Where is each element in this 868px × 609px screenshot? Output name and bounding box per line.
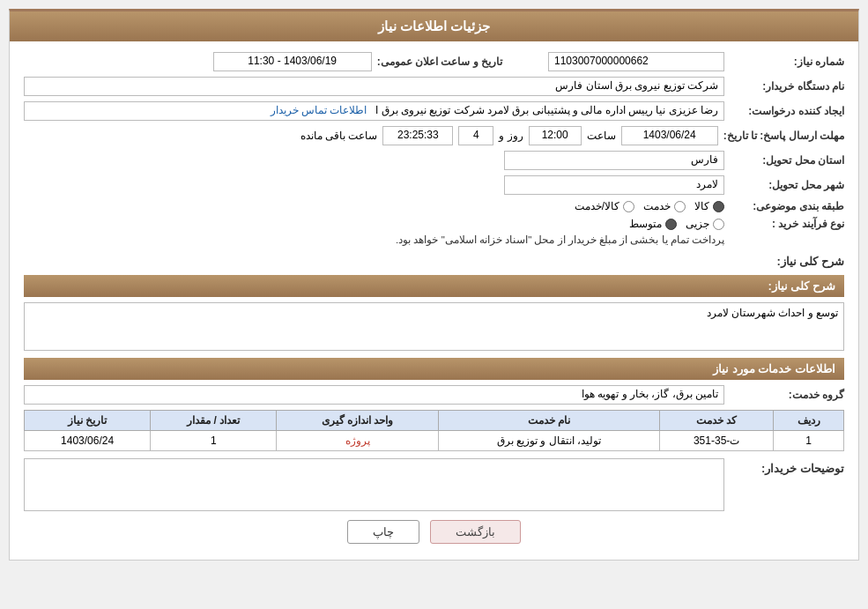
announce-label: تاریخ و ساعت اعلان عمومی: <box>377 56 502 68</box>
cell-service-code: ت-35-351 <box>660 431 774 451</box>
category-label: طبقه بندی موضوعی: <box>730 200 844 212</box>
process-row: نوع فرآیند خرید : جزیی متوسط پرداخت تمام… <box>24 218 844 246</box>
category-label-khedmat: خدمت <box>643 200 671 212</box>
province-row: استان محل تحویل: فارس <box>24 151 844 170</box>
buttons-row: بازگشت چاپ <box>24 520 844 544</box>
buyer-org-row: نام دستگاه خریدار: شرکت توزیع نیروی برق … <box>24 77 844 96</box>
description-header-text: شرح کلی نیاز: <box>768 279 835 293</box>
services-header-text: اطلاعات خدمات مورد نیاز <box>713 362 835 375</box>
category-radio-kala[interactable] <box>713 201 724 212</box>
cell-rownum: 1 <box>774 431 844 451</box>
requester-row: ایجاد کننده درخواست: رضا عزیزی نیا رییس … <box>24 101 844 121</box>
category-options: کالا خدمت کالا/خدمت <box>575 200 724 212</box>
category-radio-khedmat[interactable] <box>674 201 686 212</box>
process-label-motevaset: متوسط <box>629 218 662 230</box>
service-group-label: گروه خدمت: <box>730 389 844 401</box>
announce-value: 1403/06/19 - 11:30 <box>213 52 372 71</box>
buyer-notes-label: توضیحات خریدار: <box>730 458 844 475</box>
city-row: شهر محل تحویل: لامرد <box>24 175 844 195</box>
process-radio-motevaset[interactable] <box>665 219 677 230</box>
main-card: جزئیات اطلاعات نیاز شماره نیاز: 11030070… <box>9 9 859 561</box>
category-item-both[interactable]: کالا/خدمت <box>575 200 634 212</box>
buyer-notes-box <box>24 458 724 511</box>
page-wrapper: جزئیات اطلاعات نیاز شماره نیاز: 11030070… <box>0 0 868 609</box>
requester-label: ایجاد کننده درخواست: <box>730 105 844 117</box>
col-service-name: نام خدمت <box>438 411 659 431</box>
province-label: استان محل تحویل: <box>730 154 844 167</box>
category-item-khedmat[interactable]: خدمت <box>643 200 686 212</box>
deadline-date: 1403/06/24 <box>621 126 718 145</box>
deadline-remaining: 23:25:33 <box>382 126 453 145</box>
need-number-label: شماره نیاز: <box>730 56 844 68</box>
service-group-row: گروه خدمت: تامین برق، گاز، بخار و تهویه … <box>24 385 844 405</box>
contact-link[interactable]: اطلاعات تماس خریدار <box>271 104 367 116</box>
process-item-jozi[interactable]: جزیی <box>686 218 724 230</box>
city-label: شهر محل تحویل: <box>730 179 844 191</box>
process-radio-jozi[interactable] <box>713 219 724 230</box>
back-button[interactable]: بازگشت <box>430 520 521 544</box>
need-number-row: شماره نیاز: 1103007000000662 تاریخ و ساع… <box>24 52 844 71</box>
process-label-jozi: جزیی <box>686 218 709 230</box>
description-section-label: شرح کلی نیاز: <box>730 251 844 268</box>
table-header-row: ردیف کد خدمت نام خدمت واحد اندازه گیری ت… <box>25 411 844 431</box>
buyer-org-label: نام دستگاه خریدار: <box>730 80 844 93</box>
category-label-both: کالا/خدمت <box>575 200 619 212</box>
deadline-remaining-label: ساعت باقی مانده <box>300 130 378 142</box>
province-value: فارس <box>504 151 724 170</box>
deadline-time-label: ساعت <box>587 130 616 142</box>
services-section-header: اطلاعات خدمات مورد نیاز <box>24 358 844 380</box>
deadline-label: مهلت ارسال پاسخ: تا تاریخ: <box>723 130 844 142</box>
deadline-days-label: روز و <box>499 130 523 142</box>
description-section: شرح کلی نیاز: <box>24 251 844 268</box>
col-unit: واحد اندازه گیری <box>277 411 438 431</box>
requester-value: رضا عزیزی نیا رییس اداره مالی و پشتیبانی… <box>24 101 724 121</box>
col-rownum: ردیف <box>774 411 844 431</box>
buyer-org-value: شرکت توزیع نیروی برق استان فارس <box>24 77 724 96</box>
deadline-row: مهلت ارسال پاسخ: تا تاریخ: 1403/06/24 سا… <box>24 126 844 145</box>
buyer-notes-row: توضیحات خریدار: <box>24 458 844 511</box>
process-options: جزیی متوسط <box>396 218 724 230</box>
category-row: طبقه بندی موضوعی: کالا خدمت کالا/خدمت <box>24 200 844 212</box>
col-service-code: کد خدمت <box>660 411 774 431</box>
description-section-header: شرح کلی نیاز: <box>24 275 844 297</box>
service-group-value: تامین برق، گاز، بخار و تهویه هوا <box>24 385 724 405</box>
city-value: لامرد <box>504 175 724 195</box>
table-row: 1 ت-35-351 تولید، انتقال و توزیع برق پرو… <box>25 431 844 451</box>
category-label-kala: کالا <box>694 200 709 212</box>
description-value: توسع و احداث شهرستان لامرد <box>24 302 844 351</box>
category-item-kala[interactable]: کالا <box>694 200 724 212</box>
cell-service-name: تولید، انتقال و توزیع برق <box>438 431 659 451</box>
card-header: جزئیات اطلاعات نیاز <box>10 11 858 41</box>
need-number-value: 1103007000000662 <box>548 52 724 71</box>
card-body: شماره نیاز: 1103007000000662 تاریخ و ساع… <box>10 41 858 560</box>
cell-unit: پروژه <box>277 431 438 451</box>
page-title: جزئیات اطلاعات نیاز <box>378 19 490 33</box>
process-note: پرداخت تمام یا بخشی از مبلغ خریدار از مح… <box>396 234 724 246</box>
deadline-details: 1403/06/24 ساعت 12:00 روز و 4 23:25:33 س… <box>300 126 718 145</box>
process-item-motevaset[interactable]: متوسط <box>629 218 677 230</box>
col-date: تاریخ نیاز <box>25 411 151 431</box>
category-radio-both[interactable] <box>623 201 634 212</box>
col-quantity: تعداد / مقدار <box>151 411 277 431</box>
cell-quantity: 1 <box>151 431 277 451</box>
deadline-time: 12:00 <box>529 126 582 145</box>
process-label: نوع فرآیند خرید : <box>730 218 844 230</box>
print-button[interactable]: چاپ <box>347 520 419 544</box>
service-table: ردیف کد خدمت نام خدمت واحد اندازه گیری ت… <box>24 410 844 451</box>
description-area: توسع و احداث شهرستان لامرد <box>24 302 844 351</box>
cell-date: 1403/06/24 <box>25 431 151 451</box>
deadline-days: 4 <box>458 126 493 145</box>
